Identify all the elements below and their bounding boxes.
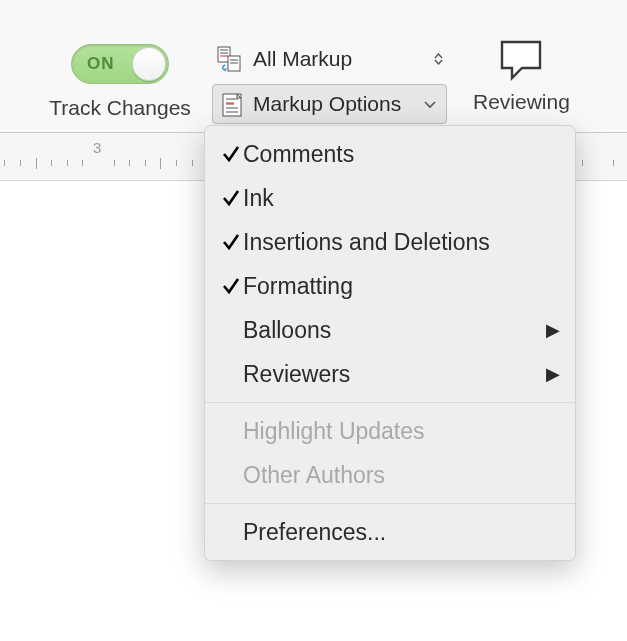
- check-icon: [219, 145, 243, 163]
- menu-item-highlight-updates: Highlight Updates: [205, 409, 575, 453]
- markup-options-menu: Comments Ink Insertions and Deletions Fo…: [204, 125, 576, 561]
- ruler-tick: [20, 160, 21, 166]
- track-changes-group: ON Track Changes: [40, 44, 200, 120]
- ruler-tick: [129, 160, 130, 166]
- ruler-tick: [582, 160, 583, 166]
- ruler-tick: [4, 160, 5, 166]
- reviewing-label: Reviewing: [473, 90, 570, 114]
- menu-item-other-authors: Other Authors: [205, 453, 575, 497]
- markup-view-stepper[interactable]: [430, 44, 446, 74]
- ribbon: ON Track Changes All Markup: [0, 0, 627, 133]
- markup-view-icon: [213, 43, 245, 75]
- markup-view-value: All Markup: [253, 47, 430, 71]
- ruler-tick: [613, 160, 614, 166]
- check-icon: [219, 233, 243, 251]
- reviewing-pane-button[interactable]: Reviewing: [473, 36, 570, 114]
- chevron-down-icon: [424, 97, 436, 112]
- markup-options-label: Markup Options: [253, 92, 424, 116]
- toggle-state-text: ON: [87, 54, 115, 74]
- check-icon: [219, 189, 243, 207]
- menu-item-preferences[interactable]: Preferences...: [205, 510, 575, 554]
- menu-item-formatting[interactable]: Formatting: [205, 264, 575, 308]
- ruler-tick: [145, 160, 146, 166]
- track-changes-toggle[interactable]: ON: [71, 44, 169, 84]
- svg-marker-7: [224, 68, 227, 72]
- markup-controls: All Markup Markup Options: [212, 39, 447, 124]
- ruler-tick: [67, 160, 68, 166]
- submenu-arrow-icon: ▶: [541, 363, 565, 385]
- markup-options-icon: [217, 89, 247, 119]
- ruler-tick: [160, 158, 161, 169]
- ruler-tick: [192, 160, 193, 166]
- check-icon: [219, 277, 243, 295]
- menu-item-reviewers[interactable]: Reviewers ▶: [205, 352, 575, 396]
- ruler-tick: [51, 160, 52, 166]
- ruler-tick: [176, 160, 177, 166]
- ruler-number: 3: [93, 139, 101, 156]
- submenu-arrow-icon: ▶: [541, 319, 565, 341]
- menu-item-balloons[interactable]: Balloons ▶: [205, 308, 575, 352]
- menu-item-insertions-deletions[interactable]: Insertions and Deletions: [205, 220, 575, 264]
- ruler-tick: [82, 160, 83, 166]
- menu-separator: [205, 402, 575, 403]
- ruler-tick: [114, 160, 115, 166]
- ruler-tick: [36, 158, 37, 169]
- markup-options-button[interactable]: Markup Options: [212, 84, 447, 124]
- menu-item-comments[interactable]: Comments: [205, 132, 575, 176]
- comment-icon: [494, 36, 548, 84]
- markup-view-select[interactable]: All Markup: [212, 39, 447, 79]
- menu-separator: [205, 503, 575, 504]
- track-changes-label: Track Changes: [49, 96, 191, 120]
- toggle-knob: [132, 47, 166, 81]
- menu-item-ink[interactable]: Ink: [205, 176, 575, 220]
